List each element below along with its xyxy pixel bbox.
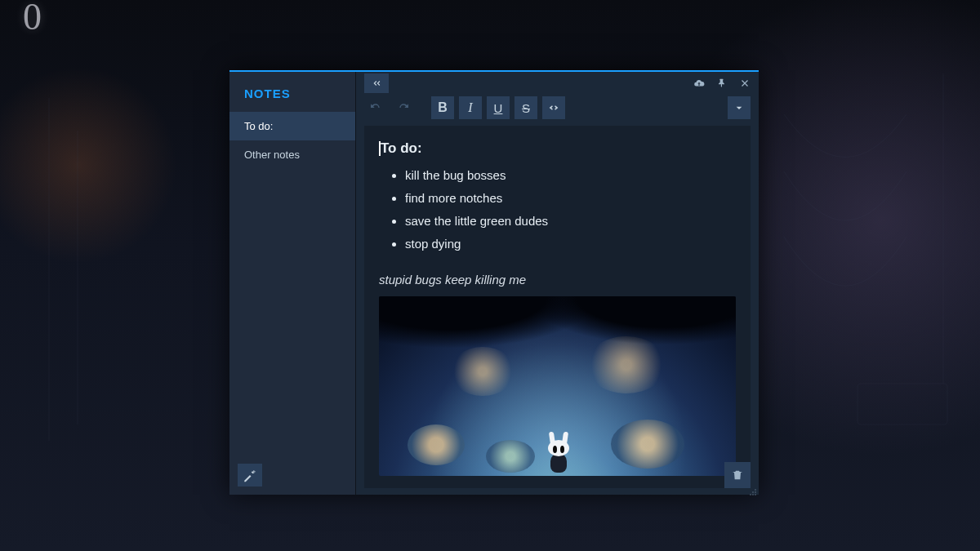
note-editor-panel: B I U S To do: kill the bug bosses find …: [356, 72, 759, 495]
italic-button[interactable]: I: [459, 96, 482, 119]
editor-area: To do: kill the bug bosses find more not…: [364, 126, 751, 488]
window-bar: [356, 72, 759, 88]
sidebar-footer: [229, 455, 355, 495]
bullet-item: stop dying: [405, 233, 736, 256]
underline-icon: U: [494, 101, 503, 115]
strikethrough-button[interactable]: S: [514, 96, 537, 119]
knight-character: [546, 438, 571, 473]
resize-grip-icon: [749, 488, 757, 496]
bullet-item: find more notches: [405, 187, 736, 210]
strikethrough-icon: S: [522, 101, 530, 115]
underline-button[interactable]: U: [487, 96, 510, 119]
cloud-upload-icon[interactable]: [693, 78, 705, 89]
svg-point-5: [755, 491, 756, 493]
bold-icon: B: [438, 100, 448, 115]
delete-note-button[interactable]: [724, 462, 751, 488]
undo-icon: [369, 101, 382, 114]
note-list-item[interactable]: To do:: [229, 112, 355, 140]
resize-grip[interactable]: [749, 485, 757, 493]
pin-icon[interactable]: [716, 78, 728, 89]
note-list-item[interactable]: Other notes: [229, 140, 355, 169]
code-button[interactable]: [542, 96, 565, 119]
note-list: To do: Other notes: [229, 112, 355, 455]
wand-plus-icon: [243, 468, 257, 482]
italic-icon: I: [468, 100, 472, 115]
expand-toolbar-button[interactable]: [728, 96, 751, 119]
bullet-item: save the little green dudes: [405, 210, 736, 233]
editor-toolbar: B I U S: [356, 88, 759, 126]
trash-icon: [731, 469, 744, 482]
svg-rect-3: [858, 384, 947, 424]
bullet-list: kill the bug bosses find more notches sa…: [379, 164, 736, 256]
svg-point-4: [755, 489, 756, 491]
svg-point-6: [755, 494, 756, 495]
sidebar-title: NOTES: [229, 72, 355, 112]
notes-overlay-window: NOTES To do: Other notes: [229, 70, 759, 495]
svg-point-7: [752, 491, 754, 493]
bold-button[interactable]: B: [431, 96, 454, 119]
undo-button[interactable]: [364, 96, 387, 119]
game-hud-counter: 0: [23, 0, 42, 38]
chevron-double-left-icon: [370, 78, 383, 89]
embedded-screenshot: [379, 296, 736, 476]
note-title: To do:: [379, 137, 422, 159]
redo-icon: [397, 101, 410, 114]
new-note-button[interactable]: [238, 464, 262, 487]
chevron-down-icon: [733, 101, 746, 114]
svg-point-8: [752, 494, 754, 495]
notes-sidebar: NOTES To do: Other notes: [229, 72, 356, 495]
code-icon: [547, 101, 560, 114]
close-icon[interactable]: [739, 78, 751, 89]
bullet-item: kill the bug bosses: [405, 164, 736, 187]
redo-button[interactable]: [392, 96, 415, 119]
svg-point-9: [750, 494, 751, 495]
note-caption: stupid bugs keep killing me: [379, 270, 736, 290]
note-editor[interactable]: To do: kill the bug bosses find more not…: [364, 126, 751, 488]
